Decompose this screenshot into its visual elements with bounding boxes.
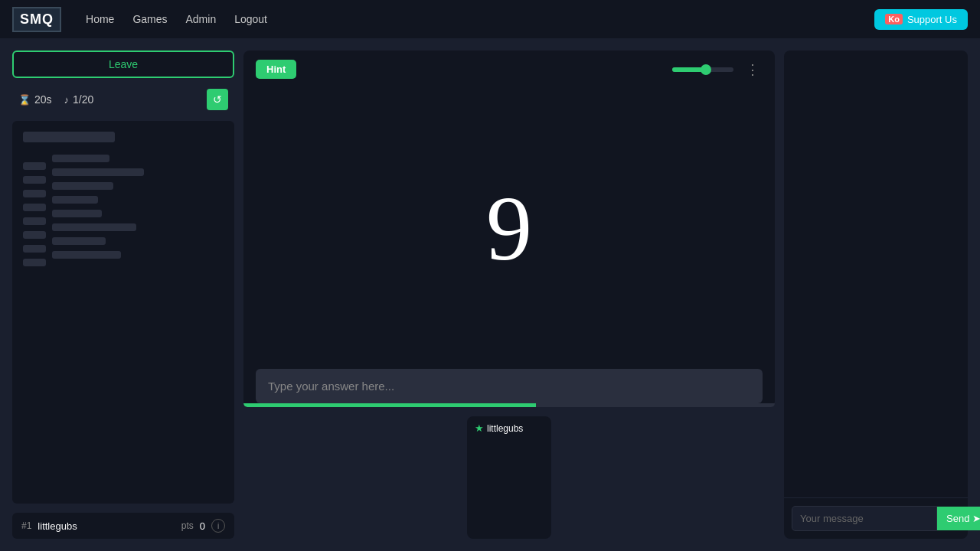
player-score: 0: [200, 520, 205, 532]
music-icon: ♪: [64, 94, 70, 106]
info-icon[interactable]: i: [211, 519, 225, 533]
leaderboard-panel: [12, 121, 234, 504]
game-top-bar: Hint ⋮: [243, 51, 775, 88]
answer-input-wrap: [243, 369, 775, 403]
lb-bar: [23, 176, 46, 184]
chat-messages: [784, 51, 968, 497]
slider-fill: [672, 67, 703, 72]
lb-title-placeholder: [23, 132, 115, 142]
support-label: Support Us: [907, 14, 957, 25]
lb-bar: [23, 162, 46, 170]
lb-bar: [23, 204, 46, 211]
volume-slider: [672, 67, 733, 72]
timer-icon: ⌛: [18, 94, 31, 106]
player-rank: #1: [21, 520, 31, 531]
lb-bar: [52, 168, 144, 176]
lb-bar: [52, 155, 109, 162]
lb-bar: [52, 210, 102, 217]
lb-col-left: [23, 155, 46, 266]
nav-games[interactable]: Games: [132, 13, 167, 25]
player-row: #1 littlegubs pts 0 i: [12, 513, 234, 539]
slider-track: [672, 67, 733, 72]
chat-input[interactable]: [792, 506, 937, 531]
player-name: littlegubs: [38, 520, 77, 532]
send-button[interactable]: Send ➤: [937, 507, 980, 530]
lb-bar: [23, 245, 46, 253]
main-layout: Leave ⌛ 20s ♪ 1/20 ↺: [0, 38, 980, 551]
leave-button[interactable]: Leave: [12, 51, 234, 78]
player-card-row: ★ littlegubs: [243, 416, 775, 539]
lb-bar: [23, 190, 46, 197]
timer-value: 20s: [34, 93, 52, 106]
track-stat: ♪ 1/20: [64, 93, 94, 106]
player-card-name: ★ littlegubs: [475, 422, 523, 434]
player-rank-name: #1 littlegubs: [21, 520, 77, 532]
lb-bar: [52, 182, 113, 190]
refresh-icon: ↺: [213, 93, 222, 106]
progress-bar-wrap: [243, 403, 775, 407]
player-card-username: littlegubs: [487, 423, 523, 434]
player-pts-label: pts: [181, 520, 194, 531]
nav-home[interactable]: Home: [86, 13, 114, 25]
countdown-display: 9: [243, 88, 775, 369]
lb-bar: [52, 223, 136, 231]
track-value: 1/20: [73, 93, 93, 106]
center-panel: Hint ⋮ 9 ★: [243, 51, 775, 539]
navbar: SMQ Home Games Admin Logout Ko Support U…: [0, 0, 980, 38]
stats-bar: ⌛ 20s ♪ 1/20 ↺: [12, 84, 234, 115]
lb-bar: [52, 237, 106, 245]
lb-bar: [23, 217, 46, 225]
star-icon: ★: [475, 422, 484, 434]
chat-input-wrap: Send ➤: [784, 497, 968, 539]
countdown-number: 9: [486, 176, 532, 282]
lb-bar: [52, 196, 98, 204]
send-icon: ➤: [972, 513, 980, 524]
progress-bar-fill: [243, 403, 536, 407]
lb-rows: [23, 155, 224, 266]
slider-thumb[interactable]: [701, 64, 711, 75]
lb-bar: [52, 251, 121, 259]
left-panel: Leave ⌛ 20s ♪ 1/20 ↺: [12, 51, 234, 539]
ko-icon: Ko: [885, 14, 903, 24]
timer-stat: ⌛ 20s: [18, 93, 52, 106]
right-panel: Send ➤: [784, 51, 968, 539]
lb-col-right: [52, 155, 224, 266]
support-button[interactable]: Ko Support Us: [874, 9, 968, 30]
game-area: Hint ⋮ 9: [243, 51, 775, 407]
answer-input[interactable]: [256, 369, 763, 403]
more-icon[interactable]: ⋮: [743, 61, 763, 78]
player-card: ★ littlegubs: [467, 416, 551, 539]
nav-admin[interactable]: Admin: [186, 13, 217, 25]
refresh-button[interactable]: ↺: [207, 89, 228, 110]
lb-bar: [23, 231, 46, 239]
send-label: Send: [946, 513, 969, 524]
nav-logout[interactable]: Logout: [234, 13, 267, 25]
logo: SMQ: [12, 7, 61, 32]
hint-button[interactable]: Hint: [256, 60, 296, 79]
lb-bar: [23, 259, 46, 266]
